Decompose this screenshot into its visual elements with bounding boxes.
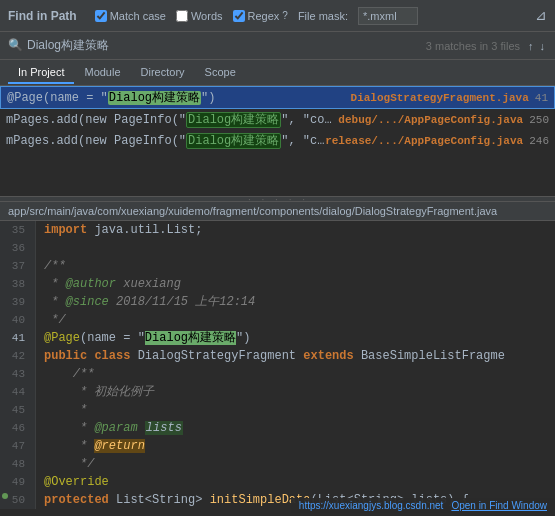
code-content-43: /** [36,365,94,383]
code-line-45: 45 * [0,401,555,419]
code-content-47: * @return [36,437,145,455]
code-line-43: 43 /** [0,365,555,383]
code-content-45: * [36,401,87,419]
line-number-42: 42 [0,347,36,365]
line-number-45: 45 [0,401,36,419]
line-number-44: 44 [0,383,36,401]
result-filename-1: DialogStrategyFragment.java [351,92,529,104]
code-content-36 [36,239,51,257]
words-option[interactable]: Words [176,10,223,22]
code-line-41: 41 @Page(name = "Dialog构建策略") [0,329,555,347]
result-text-1: @Page(name = "Dialog构建策略") [7,89,351,106]
code-panel: 35 import java.util.List; 36 37 /** 38 *… [0,221,555,513]
next-match-button[interactable]: ↓ [538,40,548,52]
code-line-47: 47 * @return [0,437,555,455]
code-line-35: 35 import java.util.List; [0,221,555,239]
line-number-39: 39 [0,293,36,311]
code-content-35: import java.util.List; [36,221,202,239]
words-label: Words [191,10,223,22]
line-number-47: 47 [0,437,36,455]
search-scope-tabs: In Project Module Directory Scope [0,60,555,86]
open-in-find-window-link[interactable]: Open in Find Window [451,500,547,511]
result-row[interactable]: mPages.add(new PageInfo("Dialog构建策略", "c… [0,109,555,130]
code-line-46: 46 * @param lists [0,419,555,437]
match-count: 3 matches in 3 files [426,40,520,52]
find-in-path-toolbar: Find in Path Match case Words Regex ? Fi… [0,0,555,32]
result-suffix-1: ") [201,91,215,105]
code-line-39: 39 * @since 2018/11/15 上午12:14 [0,293,555,311]
match-case-label: Match case [110,10,166,22]
match-case-checkbox[interactable] [95,10,107,22]
tab-directory[interactable]: Directory [131,62,195,84]
code-line-40: 40 */ [0,311,555,329]
file-mask-label: File mask: [298,10,348,22]
line-number-35: 35 [0,221,36,239]
line-number-43: 43 [0,365,36,383]
line-number-40: 40 [0,311,36,329]
search-icon: 🔍 [8,38,23,53]
match-case-option[interactable]: Match case [95,10,166,22]
words-checkbox[interactable] [176,10,188,22]
regex-option[interactable]: Regex ? [233,10,288,22]
result-text-3: mPages.add(new PageInfo("Dialog构建策略", "c… [6,132,325,149]
regex-checkbox[interactable] [233,10,245,22]
file-path-header: app/src/main/java/com/xuexiang/xuidemo/f… [0,202,555,221]
code-line-36: 36 [0,239,555,257]
search-bar: 🔍 3 matches in 3 files ↑ ↓ [0,32,555,60]
result-prefix-2: mPages.add(new PageInfo("Dialog构建策略", "c… [6,112,338,128]
code-content-38: * @author xuexiang [36,275,181,293]
bottom-bar: https://xuexiangjys.blog.csdn.net Open i… [291,498,555,513]
results-panel: @Page(name = "Dialog构建策略") DialogStrateg… [0,86,555,196]
result-linenum-3: 246 [529,135,549,147]
line-number-36: 36 [0,239,36,257]
code-line-48: 48 */ [0,455,555,473]
code-line-49: 49 @Override [0,473,555,491]
line-number-49: 49 [0,473,36,491]
code-content-46: * @param lists [36,419,183,437]
code-line-42: 42 public class DialogStrategyFragment e… [0,347,555,365]
line-number-46: 46 [0,419,36,437]
result-prefix-1: @Page(name = " [7,91,108,105]
result-linenum-2: 250 [529,114,549,126]
code-content-41: @Page(name = "Dialog构建策略") [36,329,250,347]
line-number-38: 38 [0,275,36,293]
line-number-48: 48 [0,455,36,473]
line-number-50: 50 [0,491,36,509]
tab-scope[interactable]: Scope [195,62,246,84]
result-linenum-1: 41 [535,92,548,104]
tab-in-project[interactable]: In Project [8,62,74,84]
code-content-37: /** [36,257,66,275]
prev-match-button[interactable]: ↑ [526,40,536,52]
filter-icon[interactable]: ⊿ [535,7,547,24]
line-number-41: 41 [0,329,36,347]
code-content-44: * 初始化例子 [36,383,154,401]
code-line-37: 37 /** [0,257,555,275]
code-content-42: public class DialogStrategyFragment exte… [36,347,505,365]
code-content-48: */ [36,455,94,473]
code-content-40: */ [36,311,66,329]
file-mask-input[interactable] [358,7,418,25]
result-highlight-2: Dialog构建策略 [186,112,281,128]
nav-arrows: ↑ ↓ [526,40,547,52]
code-content-39: * @since 2018/11/15 上午12:14 [36,293,255,311]
result-filename-3: release/.../AppPageConfig.java [325,135,523,147]
search-input[interactable] [27,39,426,53]
toolbar-title: Find in Path [8,9,77,23]
code-line-44: 44 * 初始化例子 [0,383,555,401]
code-content-49: @Override [36,473,109,491]
code-line-38: 38 * @author xuexiang [0,275,555,293]
result-row[interactable]: mPages.add(new PageInfo("Dialog构建策略", "c… [0,130,555,151]
result-prefix-3: mPages.add(new PageInfo("Dialog构建策略", "c… [6,133,325,149]
regex-label: Regex [248,10,280,22]
result-text-2: mPages.add(new PageInfo("Dialog构建策略", "c… [6,111,338,128]
result-row[interactable]: @Page(name = "Dialog构建策略") DialogStrateg… [0,86,555,109]
regex-help-icon: ? [282,10,288,21]
result-highlight-1: Dialog构建策略 [108,91,201,105]
tab-module[interactable]: Module [74,62,130,84]
url-text: https://xuexiangjys.blog.csdn.net [299,500,444,511]
result-filename-2: debug/.../AppPageConfig.java [338,114,523,126]
line-number-37: 37 [0,257,36,275]
result-highlight-3: Dialog构建策略 [186,133,281,149]
file-path-text: app/src/main/java/com/xuexiang/xuidemo/f… [8,205,497,217]
